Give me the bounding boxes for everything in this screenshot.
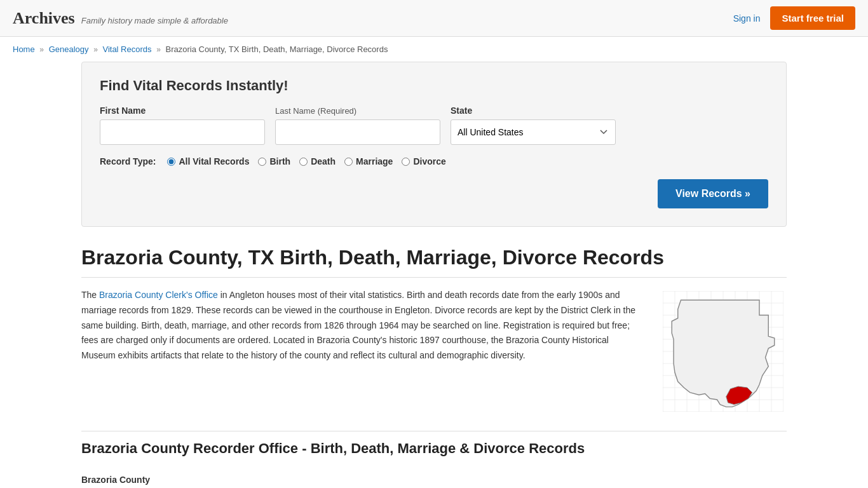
breadcrumb-current: Brazoria County, TX Birth, Death, Marria… (165, 44, 388, 54)
radio-birth[interactable]: Birth (258, 156, 290, 166)
tagline: Family history made simple & affordable (81, 16, 228, 25)
state-label: State (451, 105, 616, 116)
search-box: Find Vital Records Instantly! First Name… (81, 62, 787, 227)
breadcrumb: Home » Genealogy » Vital Records » Brazo… (0, 37, 868, 62)
header: Archives Family history made simple & af… (0, 0, 868, 37)
state-select[interactable]: All United StatesAlabamaAlaskaArizonaArk… (451, 119, 616, 145)
main-content: Find Vital Records Instantly! First Name… (69, 62, 799, 488)
state-field: State All United StatesAlabamaAlaskaAriz… (451, 105, 616, 145)
content-text: The Brazoria County Clerk's Office in An… (81, 288, 641, 412)
breadcrumb-home[interactable]: Home (13, 44, 35, 54)
sign-in-link[interactable]: Sign in (733, 13, 761, 24)
search-title: Find Vital Records Instantly! (100, 78, 768, 94)
breadcrumb-sep-2: » (93, 45, 98, 54)
logo-area: Archives Family history made simple & af… (13, 9, 228, 28)
clerk-office-link[interactable]: Brazoria County Clerk's Office (99, 290, 218, 300)
radio-divorce[interactable]: Divorce (402, 156, 445, 166)
last-name-label: Last Name (Required) (275, 105, 440, 116)
breadcrumb-vital-records[interactable]: Vital Records (102, 44, 151, 54)
breadcrumb-sep-3: » (156, 45, 161, 54)
record-type-row: Record Type: All Vital RecordsBirthDeath… (100, 156, 768, 166)
start-trial-button[interactable]: Start free trial (770, 6, 855, 30)
office-details: Brazoria County 111 E Locust, #200 Angle… (81, 472, 787, 488)
radio-marriage[interactable]: Marriage (344, 156, 393, 166)
record-type-label: Record Type: (100, 156, 156, 166)
logo: Archives (13, 9, 75, 28)
radio-death[interactable]: Death (299, 156, 336, 166)
first-name-field: First Name (100, 105, 265, 145)
texas-map (663, 291, 783, 412)
first-name-input[interactable] (100, 119, 265, 145)
office-name: Brazoria County (81, 475, 150, 485)
radio-all[interactable]: All Vital Records (167, 156, 249, 166)
page-title: Brazoria County, TX Birth, Death, Marria… (81, 246, 787, 278)
header-actions: Sign in Start free trial (733, 6, 855, 30)
search-btn-row: View Records » (100, 179, 768, 208)
radio-group: All Vital RecordsBirthDeathMarriageDivor… (167, 156, 445, 166)
recorder-heading: Brazoria County Recorder Office - Birth,… (81, 431, 787, 462)
last-name-field: Last Name (Required) (275, 105, 440, 145)
breadcrumb-genealogy[interactable]: Genealogy (49, 44, 89, 54)
tx-map-container (660, 288, 787, 412)
first-name-label: First Name (100, 105, 265, 116)
content-area: The Brazoria County Clerk's Office in An… (81, 288, 787, 412)
last-name-input[interactable] (275, 119, 440, 145)
view-records-button[interactable]: View Records » (658, 179, 768, 208)
search-fields: First Name Last Name (Required) State Al… (100, 105, 768, 145)
breadcrumb-sep-1: » (39, 45, 44, 54)
